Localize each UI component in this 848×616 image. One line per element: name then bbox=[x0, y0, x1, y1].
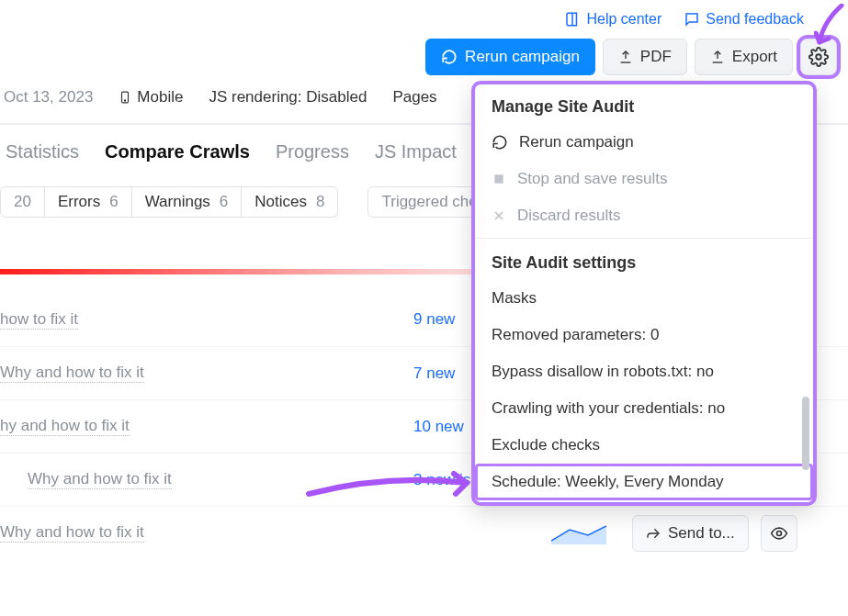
device-label: Mobile bbox=[119, 88, 183, 106]
tab-statistics[interactable]: Statistics bbox=[6, 141, 79, 162]
upload-icon bbox=[710, 50, 725, 64]
send-to-button[interactable]: Send to... bbox=[632, 515, 749, 552]
tab-compare-crawls[interactable]: Compare Crawls bbox=[105, 141, 250, 162]
annotation-arrow-gear bbox=[814, 4, 847, 50]
help-center-label: Help center bbox=[586, 11, 661, 28]
why-fix-link[interactable]: Why and how to fix it bbox=[28, 470, 172, 489]
chip-notices[interactable]: Notices8 bbox=[242, 186, 338, 218]
mobile-icon bbox=[119, 89, 131, 106]
close-icon bbox=[492, 208, 506, 223]
js-rendering-label: JS rendering: Disabled bbox=[209, 88, 367, 106]
menu-removed-params[interactable]: Removed parameters: 0 bbox=[475, 317, 813, 353]
pages-label: Pages bbox=[392, 88, 436, 106]
menu-bypass-robots[interactable]: Bypass disallow in robots.txt: no bbox=[475, 353, 813, 390]
panel-heading-manage: Manage Site Audit bbox=[475, 86, 813, 124]
gear-icon bbox=[808, 47, 829, 67]
menu-exclude-checks[interactable]: Exclude checks bbox=[475, 427, 813, 464]
refresh-icon bbox=[441, 49, 458, 65]
chat-icon bbox=[684, 11, 700, 28]
crawl-date: Oct 13, 2023 bbox=[4, 88, 93, 106]
menu-stop-save: Stop and save results bbox=[475, 161, 813, 197]
pdf-label: PDF bbox=[640, 48, 672, 66]
sparkline bbox=[551, 522, 606, 544]
export-label: Export bbox=[732, 48, 777, 66]
send-feedback-label: Send feedback bbox=[706, 11, 804, 28]
menu-credentials[interactable]: Crawling with your credentials: no bbox=[475, 390, 813, 427]
panel-scrollbar[interactable] bbox=[802, 397, 809, 470]
tab-progress[interactable]: Progress bbox=[276, 141, 349, 162]
menu-schedule[interactable]: Schedule: Weekly, Every Monday bbox=[475, 464, 813, 500]
panel-heading-settings: Site Audit settings bbox=[475, 242, 813, 280]
upload-icon bbox=[618, 50, 633, 64]
export-button[interactable]: Export bbox=[695, 39, 793, 75]
chip-errors[interactable]: Errors6 bbox=[45, 186, 132, 218]
new-issues-link[interactable]: 10 new bbox=[413, 418, 464, 436]
why-fix-link[interactable]: hy and how to fix it bbox=[0, 417, 130, 436]
send-feedback-link[interactable]: Send feedback bbox=[684, 11, 804, 28]
chip-warnings[interactable]: Warnings6 bbox=[132, 186, 243, 218]
share-icon bbox=[646, 526, 661, 541]
why-fix-link[interactable]: Why and how to fix it bbox=[0, 364, 144, 383]
svg-point-2 bbox=[125, 100, 126, 101]
menu-discard: Discard results bbox=[475, 197, 813, 234]
new-issues-link[interactable]: 9 new bbox=[413, 310, 455, 329]
pdf-button[interactable]: PDF bbox=[603, 39, 687, 75]
new-issues-link[interactable]: 7 new bbox=[413, 364, 455, 383]
svg-point-0 bbox=[816, 54, 821, 60]
refresh-icon bbox=[492, 134, 508, 151]
rerun-label: Rerun campaign bbox=[465, 48, 580, 66]
menu-masks[interactable]: Masks bbox=[475, 280, 813, 317]
visibility-button[interactable] bbox=[761, 515, 797, 552]
svg-rect-5 bbox=[494, 174, 503, 183]
menu-rerun-campaign[interactable]: Rerun campaign bbox=[475, 124, 813, 161]
issue-row: Why and how to fix itSend to... bbox=[0, 506, 848, 559]
rerun-campaign-button[interactable]: Rerun campaign bbox=[425, 39, 595, 75]
chip-all[interactable]: 20 bbox=[0, 186, 45, 218]
help-center-link[interactable]: Help center bbox=[564, 11, 661, 28]
annotation-arrow-schedule bbox=[305, 466, 480, 503]
why-fix-link[interactable]: how to fix it bbox=[0, 310, 78, 330]
svg-point-4 bbox=[777, 531, 782, 535]
tab-js-impact[interactable]: JS Impact bbox=[375, 141, 457, 162]
why-fix-link[interactable]: Why and how to fix it bbox=[0, 523, 144, 543]
book-icon bbox=[564, 11, 581, 28]
eye-icon bbox=[770, 524, 788, 543]
settings-dropdown: Manage Site Audit Rerun campaign Stop an… bbox=[471, 81, 817, 506]
stop-icon bbox=[492, 172, 506, 186]
